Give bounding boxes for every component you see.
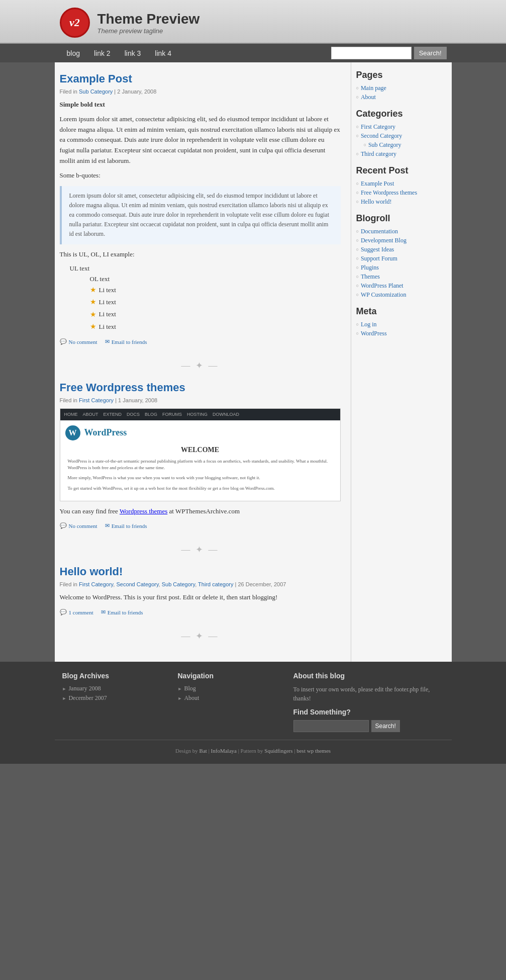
ul-text: UL text bbox=[70, 263, 341, 274]
post-3-cat3[interactable]: Sub Category bbox=[162, 581, 195, 587]
footer-find-title: Find Something? bbox=[293, 708, 444, 716]
post-1-footer: 💬 No comment ✉ Email to friends bbox=[60, 338, 341, 345]
nav-link3[interactable]: link 3 bbox=[118, 45, 148, 61]
sidebar-link-mainpage[interactable]: Main page bbox=[361, 84, 386, 92]
sidebar-link-supportforum[interactable]: Support Forum bbox=[361, 255, 397, 262]
post-3-title: Hello world! bbox=[60, 565, 341, 578]
li-item-2: ★Li text bbox=[90, 297, 341, 308]
footer-archives-title: Blog Archives bbox=[62, 672, 163, 680]
sidebar-link-about[interactable]: About bbox=[361, 94, 376, 101]
footer-search-input[interactable] bbox=[293, 720, 369, 732]
divider-2: — ✦ — bbox=[60, 544, 341, 555]
footer-about-text: To insert your own words, please edit th… bbox=[293, 685, 444, 703]
sidebar-categories-list: First Category Second Category Sub Categ… bbox=[356, 123, 447, 158]
sidebar-pages-list: Main page About bbox=[356, 84, 447, 101]
footer-archives-list: January 2008 December 2007 bbox=[62, 685, 163, 702]
footer-link-squidfingers[interactable]: Squidfingers bbox=[264, 748, 292, 754]
post-2-content: HOME ABOUT EXTEND DOCS BLOG FORUMS HOSTI… bbox=[60, 408, 341, 516]
footer-search-button[interactable]: Search! bbox=[371, 720, 400, 732]
comment-icon-2: 💬 bbox=[60, 522, 67, 529]
sidebar-link-thirdcat[interactable]: Third category bbox=[361, 150, 396, 158]
footer-link-about[interactable]: About bbox=[184, 694, 199, 702]
footer-archive-jan: January 2008 bbox=[62, 685, 163, 692]
footer-link-infomalaya[interactable]: InfoMalaya bbox=[211, 748, 237, 754]
sidebar-link-docs[interactable]: Documentation bbox=[361, 228, 398, 235]
nav-link4[interactable]: link 4 bbox=[148, 45, 178, 61]
sidebar-link-wp[interactable]: WordPress bbox=[361, 330, 387, 337]
sidebar-page-mainpage: Main page bbox=[356, 84, 447, 92]
footer-archive-dec: December 2007 bbox=[62, 694, 163, 702]
footer-search: Find Something? Search! bbox=[293, 708, 444, 732]
post-3-comments[interactable]: 💬 1 comment bbox=[60, 609, 93, 615]
sidebar-link-devblog[interactable]: Development Blog bbox=[361, 237, 407, 244]
post-3: Hello world! Filed in First Category, Se… bbox=[60, 565, 341, 615]
post-3-body: Welcome to WordPress. This is your first… bbox=[60, 592, 341, 603]
post-1-list-label: This is UL, OL, LI example: bbox=[60, 249, 341, 260]
footer-link-bestwpthemes[interactable]: best wp themes bbox=[296, 748, 331, 754]
post-3-cat1[interactable]: First Category bbox=[79, 581, 113, 587]
post-1-nocomment[interactable]: 💬 No comment bbox=[60, 338, 97, 345]
sidebar-cat-first: First Category bbox=[356, 123, 447, 131]
sidebar-cat-second: Second Category bbox=[356, 132, 447, 140]
sidebar-cat-sub: Sub Category bbox=[364, 141, 447, 149]
post-1-date: 2 January, 2008 bbox=[117, 88, 156, 95]
sidebar-link-suggestideas[interactable]: Suggest Ideas bbox=[361, 246, 394, 253]
footer-nav-title: Navigation bbox=[178, 672, 278, 680]
sidebar-link-firstcat[interactable]: First Category bbox=[361, 123, 395, 131]
post-1-meta: Filed in Sub Category | 2 January, 2008 bbox=[60, 88, 341, 95]
post-2-category[interactable]: First Category bbox=[79, 397, 114, 403]
sidebar-recent-1: Example Post bbox=[356, 180, 447, 188]
footer-credits: Design by Bat | InfoMalaya | Pattern by … bbox=[55, 740, 452, 759]
sidebar-categories-title: Categories bbox=[356, 109, 447, 119]
sidebar-blogroll-plugins: Plugins bbox=[356, 264, 447, 272]
sidebar-blogroll-suggestideas: Suggest Ideas bbox=[356, 246, 447, 253]
email-icon-3: ✉ bbox=[101, 609, 106, 615]
post-2-footer: 💬 No comment ✉ Email to friends bbox=[60, 522, 341, 529]
footer-link-jan[interactable]: January 2008 bbox=[68, 685, 100, 692]
post-1-email[interactable]: ✉ Email to friends bbox=[105, 338, 147, 345]
nav-search-button[interactable]: Search! bbox=[414, 47, 447, 59]
sidebar-blogroll-docs: Documentation bbox=[356, 228, 447, 235]
wp-themes-link[interactable]: Wordpress themes bbox=[120, 507, 167, 515]
post-3-cat2[interactable]: Second Category bbox=[116, 581, 158, 587]
post-3-cat4[interactable]: Third category bbox=[198, 581, 233, 587]
footer-about: About this blog To insert your own words… bbox=[293, 672, 444, 732]
sidebar-pages-title: Pages bbox=[356, 70, 447, 80]
sidebar-cat-third: Third category bbox=[356, 150, 447, 158]
sidebar-link-plugins[interactable]: Plugins bbox=[361, 264, 379, 272]
post-2-body: You can easy find free Wordpress themes … bbox=[60, 506, 341, 517]
sidebar-blogroll-wpplanet: WordPress Planet bbox=[356, 282, 447, 290]
post-2-email[interactable]: ✉ Email to friends bbox=[105, 522, 147, 529]
footer-link-blog[interactable]: Blog bbox=[184, 685, 195, 692]
post-2-date: 1 January, 2008 bbox=[118, 397, 157, 403]
footer-link-dec[interactable]: December 2007 bbox=[68, 694, 107, 702]
post-3-date: 26 December, 2007 bbox=[238, 581, 286, 587]
sidebar-link-wpcustomization[interactable]: WP Customization bbox=[361, 291, 407, 299]
nav-blog[interactable]: blog bbox=[60, 45, 87, 61]
comment-icon: 💬 bbox=[60, 338, 67, 345]
nav-search-form: Search! bbox=[331, 44, 447, 62]
post-3-footer: 💬 1 comment ✉ Email to friends bbox=[60, 609, 341, 615]
post-2-nocomment[interactable]: 💬 No comment bbox=[60, 522, 97, 529]
sidebar-link-recent2[interactable]: Free Wordpress themes bbox=[361, 189, 417, 197]
ol-text: OL text bbox=[90, 274, 341, 285]
sidebar-blogroll-supportforum: Support Forum bbox=[356, 255, 447, 262]
sidebar-link-wpplanet[interactable]: WordPress Planet bbox=[361, 282, 403, 290]
sidebar-link-recent3[interactable]: Hello world! bbox=[361, 198, 392, 206]
sidebar-link-recent1[interactable]: Example Post bbox=[361, 180, 394, 188]
post-3-email[interactable]: ✉ Email to friends bbox=[101, 609, 143, 615]
post-1-ol: OL text ★Li text ★Li text ★Li text ★Li t… bbox=[90, 274, 341, 332]
sidebar-link-login[interactable]: Log in bbox=[361, 321, 377, 328]
wp-screenshot-header: HOME ABOUT EXTEND DOCS BLOG FORUMS HOSTI… bbox=[60, 409, 340, 420]
footer-link-bat[interactable]: Bat bbox=[199, 748, 207, 754]
nav-link2[interactable]: link 2 bbox=[87, 45, 118, 61]
nav-search-input[interactable] bbox=[331, 47, 412, 59]
sidebar-meta-login: Log in bbox=[356, 321, 447, 328]
sidebar-link-themes[interactable]: Themes bbox=[361, 273, 380, 281]
wp-welcome: WELCOME bbox=[65, 444, 335, 456]
post-1-category[interactable]: Sub Category bbox=[79, 88, 113, 95]
footer-archives: Blog Archives January 2008 December 2007 bbox=[62, 672, 163, 732]
sidebar-link-secondcat[interactable]: Second Category bbox=[361, 132, 402, 140]
sidebar-link-subcat[interactable]: Sub Category bbox=[368, 141, 401, 149]
post-1-bquotes-label: Some b-quotes: bbox=[60, 170, 341, 181]
